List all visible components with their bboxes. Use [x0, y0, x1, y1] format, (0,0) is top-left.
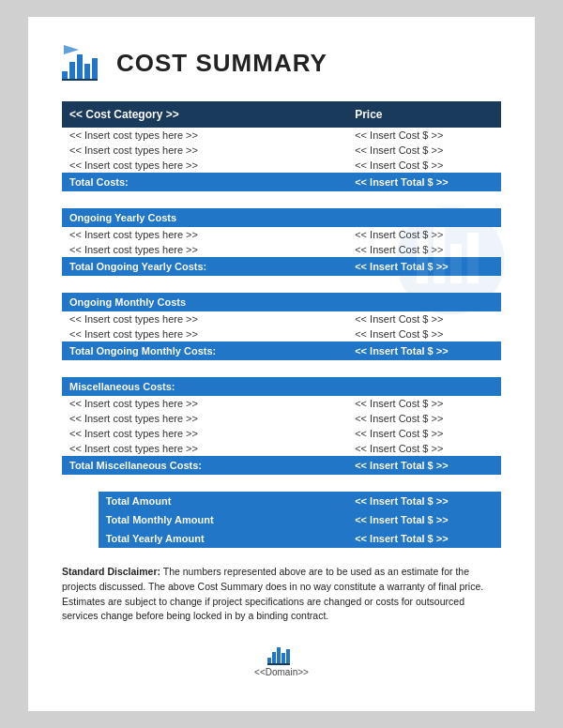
summary-label: Total Yearly Amount	[99, 529, 348, 548]
cell-category: << Insert cost types here >>	[62, 426, 347, 441]
cell-price: << Insert Cost $ >>	[347, 426, 501, 441]
section-header-label: Miscellaneous Costs:	[62, 377, 501, 396]
spacer	[62, 360, 501, 377]
cell-price: << Insert Cost $ >>	[347, 441, 501, 456]
total-price: << Insert Total $ >>	[347, 173, 501, 191]
svg-marker-11	[64, 45, 79, 54]
summary-row: Total Monthly Amount << Insert Total $ >…	[62, 510, 501, 529]
total-row: Total Miscellaneous Costs:<< Insert Tota…	[62, 456, 501, 475]
table-row: << Insert cost types here >><< Insert Co…	[62, 242, 501, 257]
spacer	[62, 276, 501, 293]
table-row: << Insert cost types here >><< Insert Co…	[62, 143, 501, 158]
table-row: << Insert cost types here >><< Insert Co…	[62, 441, 501, 456]
footer: <<Domain>>	[62, 641, 501, 677]
cell-price: << Insert Cost $ >>	[347, 411, 501, 426]
spacer-row	[62, 475, 501, 492]
table-row: << Insert cost types here >><< Insert Co…	[62, 158, 501, 173]
svg-rect-14	[277, 647, 281, 665]
cell-category: << Insert cost types here >>	[62, 311, 347, 326]
table-row: << Insert cost types here >><< Insert Co…	[62, 227, 501, 242]
svg-rect-6	[69, 62, 75, 81]
svg-rect-10	[62, 79, 98, 81]
svg-rect-16	[286, 649, 290, 665]
cell-price: << Insert Cost $ >>	[347, 128, 501, 143]
cell-price: << Insert Cost $ >>	[347, 242, 501, 257]
table-header-row: << Cost Category >>Price	[62, 101, 501, 128]
spacer	[62, 191, 501, 208]
summary-empty	[62, 529, 99, 548]
total-row: Total Ongoing Monthly Costs:<< Insert To…	[62, 341, 501, 360]
summary-row: Total Yearly Amount << Insert Total $ >>	[62, 529, 501, 548]
disclaimer: Standard Disclaimer: The numbers represe…	[62, 565, 501, 624]
disclaimer-bold: Standard Disclaimer:	[62, 566, 160, 577]
table-row: << Insert cost types here >><< Insert Co…	[62, 396, 501, 411]
cell-category: << Insert cost types here >>	[62, 441, 347, 456]
cell-price: << Insert Cost $ >>	[347, 227, 501, 242]
summary-empty	[62, 510, 99, 529]
summary-price: << Insert Total $ >>	[347, 529, 501, 548]
cell-category: << Insert cost types here >>	[62, 396, 347, 411]
spacer-row	[62, 360, 501, 377]
svg-rect-17	[267, 663, 290, 665]
cell-category: << Insert cost types here >>	[62, 242, 347, 257]
total-label: Total Miscellaneous Costs:	[62, 456, 347, 475]
total-label: Total Costs:	[62, 173, 347, 191]
cell-price: << Insert Cost $ >>	[347, 158, 501, 173]
summary-label: Total Monthly Amount	[99, 510, 348, 529]
cell-category: << Insert cost types here >>	[62, 411, 347, 426]
summary-row: Total Amount << Insert Total $ >>	[62, 492, 501, 510]
summary-price: << Insert Total $ >>	[347, 510, 501, 529]
cell-price: << Insert Cost $ >>	[347, 311, 501, 326]
svg-rect-8	[84, 64, 90, 81]
summary-empty	[62, 492, 99, 510]
total-label: Total Ongoing Monthly Costs:	[62, 341, 347, 360]
table-row: << Insert cost types here >><< Insert Co…	[62, 426, 501, 441]
section-header-label: Ongoing Yearly Costs	[62, 208, 501, 227]
total-price: << Insert Total $ >>	[347, 257, 501, 276]
table-row: << Insert cost types here >><< Insert Co…	[62, 128, 501, 143]
cell-category: << Insert cost types here >>	[62, 128, 347, 143]
cell-category: << Insert cost types here >>	[62, 143, 347, 158]
footer-label: <<Domain>>	[254, 667, 309, 677]
spacer	[62, 475, 501, 492]
page-header: COST SUMMARY	[62, 45, 501, 81]
total-label: Total Ongoing Yearly Costs:	[62, 257, 347, 276]
cell-price: << Insert Cost $ >>	[347, 326, 501, 341]
page: COST SUMMARY << Cost Category >>Price<< …	[28, 17, 535, 711]
svg-rect-7	[77, 54, 83, 81]
total-row: Total Ongoing Yearly Costs:<< Insert Tot…	[62, 257, 501, 276]
cell-category: << Insert cost types here >>	[62, 158, 347, 173]
cell-price: << Insert Cost $ >>	[347, 396, 501, 411]
section-header-row: Ongoing Yearly Costs	[62, 208, 501, 227]
cell-price: << Insert Cost $ >>	[347, 143, 501, 158]
cost-table: << Cost Category >>Price<< Insert cost t…	[62, 101, 501, 548]
section-header-row: Miscellaneous Costs:	[62, 377, 501, 396]
total-row: Total Costs:<< Insert Total $ >>	[62, 173, 501, 191]
cell-category: << Insert cost types here >>	[62, 227, 347, 242]
logo-icon	[62, 45, 103, 81]
svg-rect-13	[272, 652, 276, 665]
spacer-row	[62, 276, 501, 293]
total-price: << Insert Total $ >>	[347, 456, 501, 475]
summary-label: Total Amount	[99, 492, 348, 510]
table-row: << Insert cost types here >><< Insert Co…	[62, 411, 501, 426]
table-row: << Insert cost types here >><< Insert Co…	[62, 311, 501, 326]
section-header-row: Ongoing Monthly Costs	[62, 293, 501, 311]
page-title: COST SUMMARY	[116, 49, 327, 78]
cell-category: << Insert cost types here >>	[62, 326, 347, 341]
col-price-header: Price	[347, 101, 501, 128]
table-row: << Insert cost types here >><< Insert Co…	[62, 326, 501, 341]
svg-rect-9	[92, 58, 98, 81]
section-header-label: Ongoing Monthly Costs	[62, 293, 501, 311]
total-price: << Insert Total $ >>	[347, 341, 501, 360]
spacer-row	[62, 191, 501, 208]
col-category-header: << Cost Category >>	[62, 101, 347, 128]
footer-logo-icon	[267, 641, 296, 665]
summary-price: << Insert Total $ >>	[347, 492, 501, 510]
